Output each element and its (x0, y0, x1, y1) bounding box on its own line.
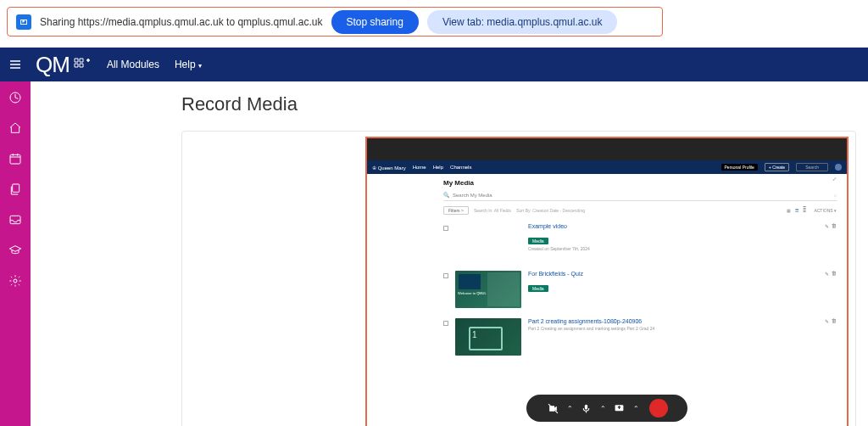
avatar[interactable] (835, 164, 842, 171)
search-in-label[interactable]: Search In: All Fields (474, 208, 511, 213)
gear-icon[interactable] (8, 273, 23, 289)
delete-icon[interactable]: 🗑 (832, 318, 837, 324)
collapse-icon[interactable]: ⤢ (832, 176, 837, 182)
checkbox[interactable] (443, 321, 448, 326)
nav-help[interactable]: Help ▾ (175, 59, 202, 70)
media-tag: Media (528, 238, 548, 244)
stop-sharing-button[interactable]: Stop sharing (331, 10, 419, 34)
delete-icon[interactable]: 🗑 (832, 223, 837, 229)
chevron-down-icon: ▾ (198, 62, 202, 70)
my-media-heading: My Media (443, 179, 837, 187)
media-title[interactable]: For Brickfields - Quiz (528, 271, 818, 277)
grid-view-icon[interactable]: ▦ (787, 208, 791, 213)
my-media-search[interactable]: 🔍 Search My Media ○ (443, 192, 837, 201)
main-content: Record Media ♔ Queen Mary Home Help Chan… (31, 81, 868, 426)
camera-off-icon[interactable] (547, 401, 560, 415)
checkbox[interactable] (443, 273, 448, 278)
media-row: Part 2 creating assignments-1080p-240906… (443, 318, 837, 357)
media-row: Welcome to QMUL For Brickfields - Quiz M… (443, 271, 837, 310)
screen-preview: ♔ Queen Mary Home Help Channels Personal… (365, 137, 849, 426)
view-toggles: ▦ ☰ ≣ ACTIONS ▾ (787, 208, 837, 213)
preview-brand-label: Queen Mary (378, 165, 406, 171)
screen-share-icon[interactable] (613, 401, 626, 415)
row-actions: ✎🗑 (825, 223, 837, 229)
share-icon (16, 14, 31, 30)
preview-nav-channels[interactable]: Channels (450, 165, 471, 170)
hamburger-menu-button[interactable] (0, 48, 31, 81)
media-date: Created on September 7th, 2024 (528, 246, 818, 251)
media-subtitle: Part 2 Creating an assignment and markin… (528, 326, 818, 331)
personal-profile-button[interactable]: Personal Profile (721, 164, 758, 171)
svg-rect-5 (585, 404, 587, 409)
screen-sharing-bar: Sharing https://media.qmplus.qmul.ac.uk … (7, 7, 663, 36)
edit-icon[interactable]: ✎ (825, 271, 829, 277)
filters-label: Filters (448, 208, 460, 213)
filter-row: Filters > Search In: All Fields Sort By:… (443, 206, 837, 215)
media-title[interactable]: Part 2 creating assignments-1080p-240906 (528, 318, 818, 324)
view-tab-button[interactable]: View tab: media.qmplus.qmul.ac.uk (427, 10, 618, 34)
calendar-icon[interactable] (8, 151, 23, 166)
list-view-icon[interactable]: ☰ (795, 208, 798, 213)
media-thumbnail[interactable] (455, 318, 521, 356)
search-placeholder: Search My Media (453, 193, 492, 198)
media-row: Example video Media Created on September… (443, 223, 837, 262)
graduation-icon[interactable] (8, 243, 23, 258)
thumb-caption: Welcome to QMUL (458, 291, 487, 295)
media-tag: Media (528, 285, 548, 292)
microphone-icon[interactable] (580, 401, 593, 415)
inbox-icon[interactable] (8, 212, 23, 227)
row-actions: ✎🗑 (825, 271, 837, 277)
nav-help-label: Help (175, 59, 196, 70)
home-icon[interactable] (8, 121, 23, 136)
filters-button[interactable]: Filters > (443, 206, 469, 215)
record-button[interactable] (649, 399, 668, 418)
app-bar: QM All Modules Help ▾ (0, 48, 868, 81)
logo-text: QM (36, 52, 70, 78)
actions-dropdown[interactable]: ACTIONS ▾ (814, 208, 837, 213)
checkbox[interactable] (443, 226, 448, 231)
media-thumbnail[interactable]: Welcome to QMUL (455, 271, 521, 308)
logo-plus-icon (73, 57, 92, 72)
compact-view-icon[interactable]: ≣ (803, 208, 806, 213)
search-icon: 🔍 (443, 192, 449, 198)
media-title[interactable]: Example video (528, 223, 818, 229)
copy-icon[interactable] (8, 182, 23, 197)
qmplus-logo[interactable]: QM (36, 52, 92, 78)
left-rail (0, 81, 31, 426)
preview-nav-home[interactable]: Home (413, 165, 426, 170)
record-media-card: ♔ Queen Mary Home Help Channels Personal… (181, 131, 856, 426)
preview-body: ⤢ My Media 🔍 Search My Media ○ Filters >… (367, 174, 847, 426)
nav-all-modules[interactable]: All Modules (107, 59, 159, 70)
preview-app-bar: ♔ Queen Mary Home Help Channels Personal… (367, 160, 847, 174)
sort-by-label[interactable]: Sort By: Creation Date - Descending (516, 208, 585, 213)
recording-controls: ⌃ ⌃ ⌃ (526, 395, 687, 422)
sharing-status-text: Sharing https://media.qmplus.qmul.ac.uk … (40, 16, 323, 28)
page-title: Record Media (181, 93, 868, 115)
svg-rect-3 (10, 216, 20, 223)
preview-search-input[interactable]: Search (796, 163, 828, 171)
svg-point-4 (14, 279, 17, 283)
edit-icon[interactable]: ✎ (825, 318, 829, 324)
svg-rect-2 (13, 184, 19, 192)
actions-label: ACTIONS (814, 208, 832, 213)
preview-nav-help[interactable]: Help (433, 165, 443, 170)
dashboard-icon[interactable] (8, 90, 23, 105)
screen-options-caret[interactable]: ⌃ (633, 405, 639, 412)
svg-rect-1 (10, 154, 20, 164)
camera-options-caret[interactable]: ⌃ (567, 405, 573, 412)
delete-icon[interactable]: 🗑 (832, 271, 837, 277)
create-button[interactable]: + Create (765, 163, 789, 171)
edit-icon[interactable]: ✎ (825, 223, 829, 229)
preview-brand: ♔ Queen Mary (372, 165, 406, 171)
clear-icon[interactable]: ○ (833, 193, 837, 198)
mic-options-caret[interactable]: ⌃ (600, 405, 606, 412)
row-actions: ✎🗑 (825, 318, 837, 324)
preview-window-chrome (367, 138, 847, 160)
